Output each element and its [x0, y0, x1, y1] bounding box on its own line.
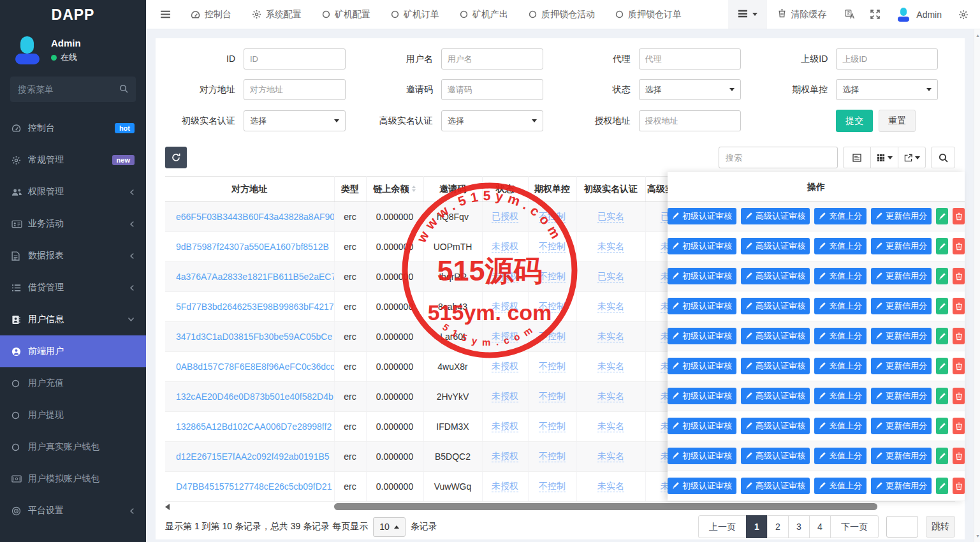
recharge-button[interactable]: 充值上分 [814, 358, 867, 374]
sidebar-item-auth[interactable]: 权限管理 [0, 176, 146, 208]
topnav-item-system-config[interactable]: 系统配置 [242, 0, 312, 29]
edit-button[interactable] [936, 208, 948, 224]
sidebar-item-user-recharge[interactable]: 用户充值 [0, 367, 146, 399]
senior-audit-button[interactable]: 高级认证审核 [741, 208, 810, 224]
edit-button[interactable] [936, 358, 948, 374]
junior-audit-button[interactable]: 初级认证审核 [668, 238, 736, 254]
edit-button[interactable] [936, 478, 948, 494]
scroll-down-icon[interactable]: ▼ [976, 534, 980, 538]
junior-verify-toggle[interactable]: 未实名 [597, 361, 624, 372]
sidebar-item-platform[interactable]: 平台设置 [0, 495, 146, 527]
refresh-button[interactable] [165, 147, 187, 168]
credit-update-button[interactable]: 更新信用分 [871, 268, 932, 284]
option-control-toggle[interactable]: 不控制 [539, 241, 566, 253]
recharge-button[interactable]: 充值上分 [814, 238, 867, 254]
edit-button[interactable] [936, 268, 948, 284]
senior-audit-button[interactable]: 高级认证审核 [741, 238, 810, 254]
junior-verify-toggle[interactable]: 未实名 [597, 481, 624, 492]
credit-update-button[interactable]: 更新信用分 [871, 448, 932, 464]
option-control-toggle[interactable]: 不控制 [539, 331, 566, 342]
recharge-button[interactable]: 充值上分 [814, 478, 867, 494]
recharge-button[interactable]: 充值上分 [814, 448, 867, 464]
recharge-button[interactable]: 充值上分 [814, 298, 867, 314]
senior-audit-button[interactable]: 高级认证审核 [741, 478, 810, 494]
junior-audit-button[interactable]: 初级认证审核 [668, 328, 736, 344]
address-link[interactable]: 5Fd77B3bd2646253E98B99863bF4217 [176, 302, 334, 312]
page-button-4[interactable]: 4 [809, 515, 831, 538]
address-link[interactable]: e66F5F03B3443B60F43a43828a8AF90 [176, 212, 334, 222]
export-button[interactable] [898, 147, 926, 168]
filter-input-agent[interactable] [639, 48, 741, 70]
filter-select-senior-verify[interactable]: 选择 [441, 110, 543, 131]
address-link[interactable]: D47BB451575127748cE26c5cb09fD21 [176, 481, 332, 492]
delete-button[interactable] [953, 298, 965, 314]
credit-update-button[interactable]: 更新信用分 [871, 388, 932, 404]
user-menu[interactable]: Admin [888, 8, 951, 22]
edit-button[interactable] [936, 298, 948, 314]
prev-page-button[interactable]: 上一页 [698, 515, 747, 538]
jump-page-input[interactable] [886, 516, 918, 538]
topnav-item-pledge-order[interactable]: 质押锁仓订单 [605, 0, 692, 29]
reset-button[interactable]: 重置 [879, 110, 916, 132]
option-control-toggle[interactable]: 不控制 [539, 361, 566, 372]
junior-verify-toggle[interactable]: 未实名 [597, 331, 624, 342]
hamburger-icon[interactable] [146, 10, 180, 18]
column-header-2[interactable]: 链上余额 [366, 177, 423, 202]
option-control-toggle[interactable]: 不控制 [539, 451, 566, 462]
recharge-button[interactable]: 充值上分 [814, 268, 867, 284]
search-toggle-button[interactable] [931, 147, 955, 168]
delete-button[interactable] [953, 358, 965, 374]
columns-button[interactable] [870, 147, 898, 168]
status-toggle[interactable]: 未授权 [492, 451, 518, 462]
status-toggle[interactable]: 未授权 [492, 241, 518, 253]
delete-button[interactable] [953, 448, 965, 464]
junior-audit-button[interactable]: 初级认证审核 [668, 478, 736, 494]
address-link[interactable]: 132865A12Bd102CAA006D7e28998ff2 [176, 421, 332, 432]
sidebar-item-business[interactable]: 业务活动 [0, 208, 146, 240]
status-toggle[interactable]: 未授权 [492, 421, 518, 432]
vertical-scrollbar[interactable]: ▲ ▼ [974, 29, 980, 542]
scrollbar-thumb[interactable] [334, 503, 877, 510]
status-toggle[interactable]: 未授权 [492, 271, 518, 282]
option-control-toggle[interactable]: 不控制 [539, 271, 566, 282]
recharge-button[interactable]: 充值上分 [814, 328, 867, 344]
junior-audit-button[interactable]: 初级认证审核 [668, 268, 736, 284]
senior-audit-button[interactable]: 高级认证审核 [741, 448, 810, 464]
option-control-toggle[interactable]: 不控制 [539, 481, 566, 492]
edit-button[interactable] [936, 238, 948, 254]
delete-button[interactable] [953, 268, 965, 284]
status-toggle[interactable]: 未授权 [492, 481, 518, 492]
sidebar-item-dashboard[interactable]: 控制台hot [0, 112, 146, 144]
sort-icon[interactable] [411, 184, 416, 194]
jump-button[interactable]: 跳转 [926, 516, 955, 538]
scrollbar-track[interactable] [173, 503, 955, 510]
junior-verify-toggle[interactable]: 未实名 [597, 391, 624, 402]
language-icon[interactable] [837, 10, 863, 19]
junior-verify-toggle[interactable]: 未实名 [597, 241, 624, 253]
credit-update-button[interactable]: 更新信用分 [871, 358, 932, 374]
delete-button[interactable] [953, 208, 965, 224]
credit-update-button[interactable]: 更新信用分 [871, 238, 932, 254]
senior-audit-button[interactable]: 高级认证审核 [741, 388, 810, 404]
recharge-button[interactable]: 充值上分 [814, 388, 867, 404]
option-control-toggle[interactable]: 不控制 [539, 391, 566, 402]
recharge-button[interactable]: 充值上分 [814, 208, 867, 224]
submit-button[interactable]: 提交 [836, 110, 873, 132]
topnav-item-miner-output[interactable]: 矿机产出 [450, 0, 518, 29]
option-control-toggle[interactable]: 不控制 [539, 421, 566, 432]
table-search-input[interactable] [719, 147, 838, 168]
next-page-button[interactable]: 下一页 [830, 515, 879, 538]
sidebar-search-input[interactable] [10, 77, 136, 102]
credit-update-button[interactable]: 更新信用分 [871, 208, 932, 224]
filter-select-junior-verify[interactable]: 选择 [244, 110, 346, 131]
credit-update-button[interactable]: 更新信用分 [871, 298, 932, 314]
address-link[interactable]: 3471d3C1aD03815Fb30be59AC05bCe [176, 332, 332, 342]
junior-audit-button[interactable]: 初级认证审核 [668, 418, 736, 434]
junior-verify-toggle[interactable]: 已实名 [597, 271, 624, 282]
senior-audit-button[interactable]: 高级认证审核 [741, 268, 810, 284]
sidebar-item-userinfo[interactable]: 用户信息 [0, 304, 146, 335]
delete-button[interactable] [953, 418, 965, 434]
credit-update-button[interactable]: 更新信用分 [871, 418, 932, 434]
sidebar-item-user-withdraw[interactable]: 用户提现 [0, 399, 146, 431]
junior-verify-toggle[interactable]: 已实名 [597, 211, 624, 223]
